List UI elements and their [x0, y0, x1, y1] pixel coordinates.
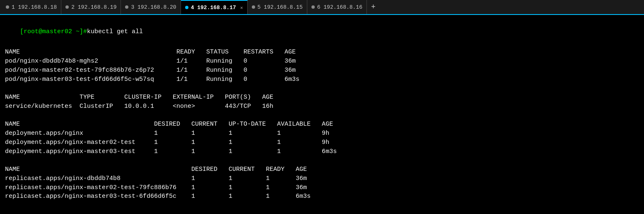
services-header: NAME TYPE CLUSTER-IP EXTERNAL-IP PORT(S)…	[5, 93, 639, 102]
tab-label-5: 5 192.168.8.15	[258, 4, 303, 10]
replicaset-row-2: replicaset.apps/nginx-master02-test-79fc…	[5, 183, 639, 192]
replicaset-row-3: replicaset.apps/nginx-master03-test-6fd6…	[5, 192, 639, 201]
tab-6[interactable]: 6 192.168.8.16	[307, 0, 367, 14]
deployments-header: NAME DESIRED CURRENT UP-TO-DATE AVAILABL…	[5, 120, 639, 129]
pods-header: NAME READY STATUS RESTARTS AGE	[5, 48, 639, 57]
tab-4[interactable]: 4 192.168.8.17 ✕	[181, 0, 248, 14]
pod-row-2: pod/nginx-master02-test-79fc886b76-z6p72…	[5, 66, 639, 75]
tab-add-button[interactable]: +	[367, 1, 380, 13]
tab-dot-5	[252, 5, 255, 9]
tab-dot-3	[125, 5, 128, 9]
tab-label-3: 3 192.168.8.20	[131, 4, 176, 10]
tab-2[interactable]: 2 192.168.8.19	[61, 0, 121, 14]
prompt-command: kubectl get all	[87, 28, 143, 35]
tab-1[interactable]: 1 192.168.8.18	[2, 0, 61, 14]
replicasets-header: NAME DESIRED CURRENT READY AGE	[5, 165, 639, 174]
tab-bar: 1 192.168.8.18 2 192.168.8.19 3 192.168.…	[0, 0, 644, 15]
blank-1	[5, 84, 639, 93]
prompt-line: [root@master02 ~]#kubectl get all	[5, 18, 639, 45]
blank-3	[5, 156, 639, 165]
tab-label-6: 6 192.168.8.16	[317, 4, 362, 10]
tab-label-1: 1 192.168.8.18	[12, 4, 57, 10]
replicaset-row-1: replicaset.apps/nginx-dbddb74b8 1 1 1 36…	[5, 174, 639, 183]
tab-close-4[interactable]: ✕	[240, 5, 243, 10]
deployment-row-3: deployment.apps/nginx-master03-test 1 1 …	[5, 147, 639, 156]
blank-2	[5, 111, 639, 120]
tab-5[interactable]: 5 192.168.8.15	[248, 0, 307, 14]
service-row-1: service/kubernetes ClusterIP 10.0.0.1 <n…	[5, 102, 639, 111]
tab-label-2: 2 192.168.8.19	[71, 4, 116, 10]
terminal-content: [root@master02 ~]#kubectl get all NAME R…	[0, 15, 644, 214]
pod-row-3: pod/nginx-master03-test-6fd66d6f5c-w57sq…	[5, 75, 639, 84]
tab-dot-6	[311, 5, 315, 9]
tab-3[interactable]: 3 192.168.8.20	[121, 0, 181, 14]
tab-dot-4	[185, 6, 188, 9]
deployment-row-2: deployment.apps/nginx-master02-test 1 1 …	[5, 138, 639, 147]
prompt-user: [root@master02 ~]#	[20, 28, 87, 35]
deployment-row-1: deployment.apps/nginx 1 1 1 1 9h	[5, 129, 639, 138]
tab-dot-1	[6, 5, 9, 9]
pod-row-1: pod/nginx-dbddb74b8-mghs2 1/1 Running 0 …	[5, 57, 639, 66]
tab-dot-2	[65, 5, 69, 9]
tab-label-4: 4 192.168.8.17	[191, 5, 236, 11]
